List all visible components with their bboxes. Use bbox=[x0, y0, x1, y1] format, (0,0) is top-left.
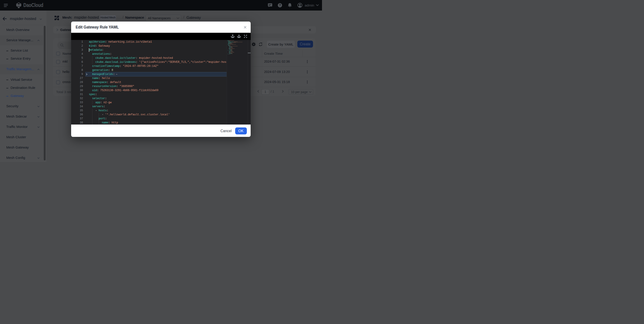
svg-text:?: ? bbox=[279, 3, 281, 7]
